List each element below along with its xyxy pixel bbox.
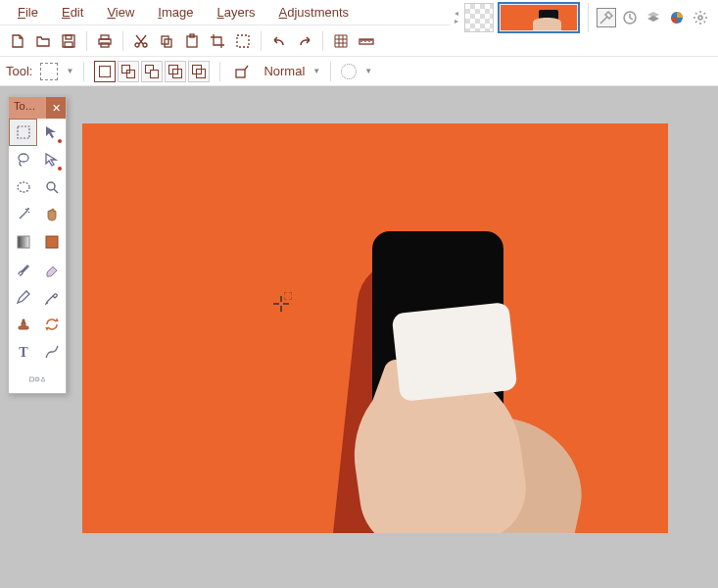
svg-rect-26: [29, 377, 33, 381]
tool-zoom[interactable]: [37, 173, 66, 201]
redo-button[interactable]: [293, 29, 316, 53]
svg-rect-13: [187, 36, 197, 47]
svg-rect-22: [18, 236, 29, 248]
selection-add[interactable]: [118, 61, 139, 82]
chevron-down-icon[interactable]: ▼: [66, 67, 73, 75]
menu-layers[interactable]: Layers: [207, 1, 264, 24]
strip-scroll-arrows[interactable]: ◂▸: [455, 10, 458, 25]
history-icon[interactable]: [620, 8, 640, 27]
ruler-button[interactable]: [355, 29, 378, 53]
menu-image[interactable]: Image: [148, 1, 203, 24]
deselect-button[interactable]: [231, 29, 255, 53]
tool-shape-selector[interactable]: [40, 63, 58, 80]
save-button[interactable]: [57, 29, 80, 53]
blend-mode-label: Normal: [263, 64, 305, 78]
tool-move[interactable]: [37, 119, 66, 146]
tools-panel-title[interactable]: To…: [9, 97, 46, 119]
svg-rect-18: [18, 126, 29, 138]
canvas-subject-cloth: [392, 302, 518, 402]
copy-button[interactable]: [155, 29, 178, 53]
options-toolbar: Tool: ▼ Normal ▼ ▼: [0, 57, 718, 86]
close-icon[interactable]: ✕: [46, 97, 66, 119]
tool-magic-wand[interactable]: [9, 201, 37, 228]
svg-point-2: [698, 16, 702, 20]
flood-mode-icon[interactable]: [230, 60, 254, 83]
tool-line-curve[interactable]: [37, 338, 66, 366]
print-button[interactable]: [93, 29, 117, 53]
svg-point-27: [35, 377, 39, 381]
svg-rect-23: [46, 236, 58, 248]
selection-subtract[interactable]: [141, 61, 163, 82]
selection-intersect[interactable]: [165, 61, 186, 82]
tools-panel[interactable]: To… ✕ T: [8, 96, 67, 394]
tool-eraser[interactable]: [37, 256, 66, 283]
tool-rectangle-select[interactable]: [9, 119, 37, 146]
tool-text[interactable]: T: [9, 338, 37, 366]
tool-gradient[interactable]: [9, 228, 37, 256]
layers-icon[interactable]: [644, 8, 663, 27]
selection-replace[interactable]: [94, 61, 116, 82]
tool-clone-stamp[interactable]: [9, 311, 37, 338]
color-wheel-icon[interactable]: [667, 8, 687, 27]
tool-label: Tool:: [6, 64, 32, 78]
chevron-down-icon[interactable]: ▼: [312, 67, 320, 75]
svg-point-20: [18, 182, 29, 192]
svg-point-10: [143, 43, 147, 47]
svg-rect-8: [101, 43, 109, 47]
menu-edit[interactable]: Edit: [52, 1, 93, 24]
paste-button[interactable]: [180, 29, 204, 53]
tool-fill[interactable]: [37, 228, 66, 256]
tool-brush[interactable]: [9, 256, 37, 283]
svg-rect-5: [65, 42, 72, 47]
undo-button[interactable]: [267, 29, 291, 53]
sampling-selector[interactable]: [341, 64, 357, 79]
thumb-2-active[interactable]: [498, 2, 580, 33]
tool-ellipse-select[interactable]: [9, 173, 37, 201]
workspace: [0, 86, 718, 588]
selection-mode-group: [94, 61, 210, 82]
document-strip: ◂▸: [451, 0, 718, 35]
tool-color-picker[interactable]: [37, 283, 66, 311]
tool-shapes[interactable]: [13, 366, 62, 393]
cut-button[interactable]: [129, 29, 153, 53]
svg-point-21: [47, 182, 55, 190]
svg-rect-17: [236, 70, 245, 77]
crop-button[interactable]: [206, 29, 229, 53]
tool-pencil[interactable]: [9, 283, 37, 311]
selection-xor[interactable]: [188, 61, 210, 82]
svg-rect-15: [237, 35, 249, 47]
tool-polygon-lasso[interactable]: [37, 146, 66, 173]
tool-lasso[interactable]: [9, 146, 37, 173]
gear-icon[interactable]: [691, 8, 710, 27]
tool-pan[interactable]: [37, 201, 66, 228]
canvas[interactable]: [82, 123, 668, 533]
new-button[interactable]: [6, 29, 29, 53]
svg-text:T: T: [19, 345, 28, 360]
menu-view[interactable]: View: [97, 1, 144, 24]
grid-button[interactable]: [329, 29, 353, 53]
menu-file[interactable]: File: [8, 1, 48, 24]
svg-rect-24: [19, 326, 28, 329]
chevron-down-icon[interactable]: ▼: [364, 67, 372, 75]
tool-recolor[interactable]: [37, 311, 66, 338]
svg-point-9: [135, 43, 139, 47]
open-button[interactable]: [31, 29, 55, 53]
menu-adjustments[interactable]: Adjustments: [269, 1, 359, 24]
hammer-icon[interactable]: [597, 8, 616, 27]
svg-rect-4: [66, 35, 72, 39]
thumb-1-transparent[interactable]: [464, 3, 494, 32]
crosshair-cursor: [272, 295, 290, 316]
